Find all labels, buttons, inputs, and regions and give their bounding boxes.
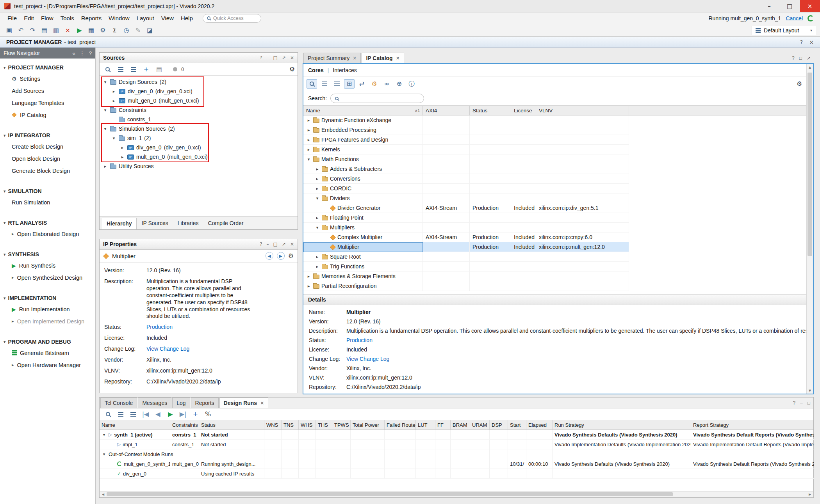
minimize-icon[interactable]: – xyxy=(267,55,269,60)
collapse-icon[interactable]: « xyxy=(73,50,75,56)
runs-column-name[interactable]: Name xyxy=(100,420,170,429)
catalog-row-dynamic-function-exchange[interactable]: ▸Dynamic Function eXchange xyxy=(303,115,813,125)
flow-item-open-synthesized-design[interactable]: ▸Open Synthesized Design xyxy=(0,272,95,284)
menu-layout[interactable]: Layout xyxy=(133,13,158,23)
runs-column-tns[interactable]: TNS xyxy=(282,420,299,429)
chevron-right-icon[interactable]: ▸ xyxy=(111,98,116,103)
run-icon[interactable]: ▶ xyxy=(74,26,85,35)
chevron-down-icon[interactable]: ▾ xyxy=(315,225,320,230)
copy-icon[interactable]: ▤ xyxy=(39,26,50,35)
catalog-row-dividers[interactable]: ▾Dividers xyxy=(303,193,813,203)
add-icon[interactable]: + xyxy=(141,65,152,74)
maximize-icon[interactable]: ↗ xyxy=(807,55,811,61)
sources-tab-compile-order[interactable]: Compile Order xyxy=(204,218,248,229)
flow-section-header-ip-integrator[interactable]: ▾IP INTEGRATOR xyxy=(0,130,95,140)
catalog-row-floating-point[interactable]: ▸Floating Point xyxy=(303,213,813,223)
report-icon[interactable]: ▦ xyxy=(86,26,96,35)
catalog-row-multiplier[interactable]: MultiplierProductionIncludedxilinx.com:i… xyxy=(303,242,813,252)
flow-item-open-elaborated-design[interactable]: ▸Open Elaborated Design xyxy=(0,228,95,240)
chevron-right-icon[interactable]: ▸ xyxy=(306,118,311,123)
scroll-right-icon[interactable]: ▶ xyxy=(807,492,813,497)
run-row-div-gen-0[interactable]: ✓div_gen_0Using cached IP results xyxy=(100,469,813,479)
forward-icon[interactable]: ▶ xyxy=(277,252,285,260)
step-forward-icon[interactable]: ▶| xyxy=(178,410,188,419)
catalog-row-fpga-features-and-design[interactable]: ▸FPGA Features and Design xyxy=(303,135,813,145)
runs-column-dsp[interactable]: DSP xyxy=(490,420,508,429)
chevron-right-icon[interactable]: ▸ xyxy=(306,274,311,279)
catalog-row-divider-generator[interactable]: Divider GeneratorAXI4-StreamProductionIn… xyxy=(303,203,813,213)
details-field-value[interactable]: Production xyxy=(346,337,373,343)
details-field-value[interactable]: View Change Log xyxy=(346,356,389,362)
sources-tab-hierarchy[interactable]: Hierarchy xyxy=(102,218,137,229)
close-icon[interactable]: × xyxy=(396,55,400,61)
runs-column-report-strategy[interactable]: Report Strategy xyxy=(691,420,814,429)
close-icon[interactable]: × xyxy=(290,55,294,60)
flow-section-header-implementation[interactable]: ▾IMPLEMENTATION xyxy=(0,293,95,303)
chevron-right-icon[interactable]: ▸ xyxy=(103,164,108,169)
chevron-right-icon[interactable]: ▸ xyxy=(315,186,320,191)
flow-item-add-sources[interactable]: Add Sources xyxy=(0,85,95,97)
flow-item-open-hardware-manager[interactable]: ▸Open Hardware Manager xyxy=(0,359,95,371)
tab-tcl-console[interactable]: Tcl Console xyxy=(100,398,137,408)
close-icon[interactable]: × xyxy=(353,55,357,61)
catalog-row-multipliers[interactable]: ▾Multipliers xyxy=(303,223,813,232)
web-icon[interactable]: ⊕ xyxy=(394,79,405,89)
paste-icon[interactable]: ▥ xyxy=(51,26,61,35)
flow-item-settings[interactable]: ⚙Settings xyxy=(0,73,95,85)
run-row-out-of-context-module-runs[interactable]: ▾Out-of-Context Module Runs xyxy=(100,449,813,459)
catalog-row-trig-functions[interactable]: ▸Trig Functions xyxy=(303,262,813,272)
flow-section-header-project-manager[interactable]: ▾PROJECT MANAGER xyxy=(0,62,95,73)
doc-icon[interactable]: ▤ xyxy=(154,65,164,74)
help-icon[interactable]: ? xyxy=(800,39,803,45)
runs-column-uram[interactable]: URAM xyxy=(470,420,490,429)
flow-item-open-implemented-design[interactable]: ▸Open Implemented Design xyxy=(0,315,95,327)
quick-access-input[interactable]: Quick Access xyxy=(203,14,261,23)
flow-section-header-program-and-debug[interactable]: ▾PROGRAM AND DEBUG xyxy=(0,337,95,347)
link-icon[interactable]: ∞ xyxy=(381,79,392,89)
ip-properties-field-value[interactable]: Production xyxy=(146,324,173,331)
tab-ip-catalog[interactable]: IP Catalog× xyxy=(362,53,404,63)
runs-horizontal-scrollbar[interactable]: ◀ ▶ xyxy=(100,491,813,497)
subtab-interfaces[interactable]: Interfaces xyxy=(333,67,357,73)
maximize-button[interactable]: □ xyxy=(779,0,800,12)
menu-icon[interactable]: ⋮ xyxy=(80,50,85,56)
tab-reports[interactable]: Reports xyxy=(191,398,219,408)
delete-icon[interactable]: × xyxy=(62,26,73,35)
scroll-up-icon[interactable]: ▲ xyxy=(807,64,813,70)
help-icon[interactable]: ? xyxy=(792,55,795,61)
column-header-status[interactable]: Status xyxy=(470,106,511,115)
flow-item-create-block-design[interactable]: Create Block Design xyxy=(0,140,95,153)
collapse-all-icon[interactable] xyxy=(115,65,126,74)
chevron-down-icon[interactable]: ▾ xyxy=(103,80,108,85)
source-item-div-gen-0[interactable]: ▸IPdiv_gen_0(div_gen_0.xci) xyxy=(100,143,298,152)
search-icon[interactable] xyxy=(103,410,113,419)
chevron-down-icon[interactable]: ▾ xyxy=(306,157,311,162)
chevron-down-icon[interactable]: ▾ xyxy=(111,136,116,141)
maximize-icon[interactable]: ↗ xyxy=(282,55,286,60)
chevron-down-icon[interactable]: ▾ xyxy=(102,432,107,437)
minimize-button[interactable]: – xyxy=(759,0,779,12)
source-item-constraints[interactable]: ▾Constraints xyxy=(100,105,298,115)
runs-column-start[interactable]: Start xyxy=(508,420,526,429)
chevron-right-icon[interactable]: ▸ xyxy=(315,254,320,259)
column-header-name[interactable]: Name∧1 xyxy=(303,106,423,115)
settings-icon[interactable]: ⚙ xyxy=(98,26,108,35)
flow-item-ip-catalog[interactable]: IP Catalog xyxy=(0,109,95,121)
column-header-axi4[interactable]: AXI4 xyxy=(423,106,470,115)
collapse-all-icon[interactable] xyxy=(115,410,126,419)
flow-section-header-synthesis[interactable]: ▾SYNTHESIS xyxy=(0,249,95,259)
catalog-row-cordic[interactable]: ▸CORDIC xyxy=(303,184,813,193)
help-icon[interactable]: ? xyxy=(793,400,795,406)
chevron-right-icon[interactable]: ▸ xyxy=(306,147,311,152)
catalog-vertical-scrollbar[interactable]: ▲ ▼ xyxy=(806,64,813,394)
flow-item-generate-bitstream[interactable]: Generate Bitstream xyxy=(0,347,95,359)
close-button[interactable]: × xyxy=(800,0,820,12)
info-icon[interactable]: ⓘ xyxy=(406,79,417,89)
source-item-mult-gen-0[interactable]: ▸IPmult_gen_0(mult_gen_0.xci) xyxy=(100,96,298,105)
float-icon[interactable]: □ xyxy=(273,241,278,247)
column-header-vlnv[interactable]: VLNV xyxy=(536,106,629,115)
chevron-right-icon[interactable]: ▸ xyxy=(315,215,320,220)
chevron-right-icon[interactable]: ▸ xyxy=(120,145,125,150)
catalog-row-math-functions[interactable]: ▾Math Functions xyxy=(303,154,813,164)
chevron-right-icon[interactable]: ▸ xyxy=(306,284,311,289)
